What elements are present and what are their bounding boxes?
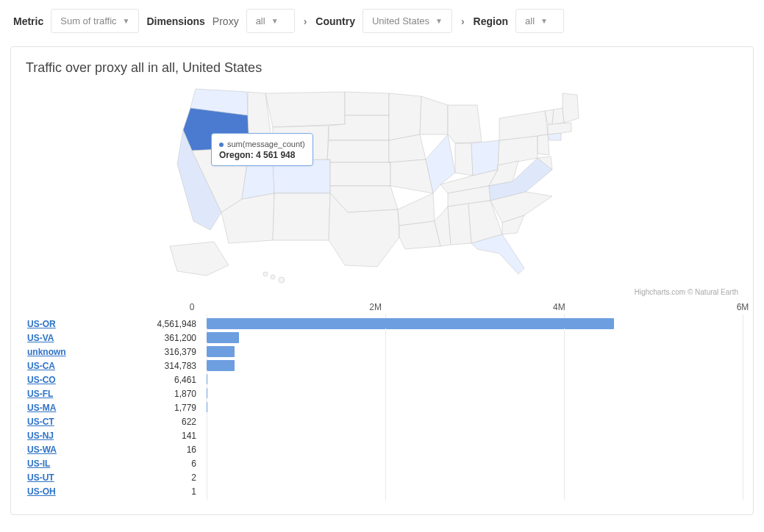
chevron-right-icon: › [302, 15, 309, 27]
region-link[interactable]: US-CT [27, 417, 54, 427]
proxy-select[interactable]: all ▼ [246, 9, 295, 33]
table-row: US-NJ141 [23, 428, 743, 442]
state-ne [327, 140, 389, 162]
us-map-svg [126, 83, 640, 290]
bar-cell [207, 387, 743, 400]
table-row: US-FL1,870 [23, 387, 743, 400]
state-nd [345, 92, 389, 115]
state-nm [273, 193, 330, 240]
metric-label: Metric [13, 15, 43, 27]
bar-cell [207, 345, 743, 359]
state-la [399, 221, 440, 249]
region-link[interactable]: unknown [27, 347, 66, 357]
svg-point-1 [279, 277, 285, 283]
region-select-value: all [525, 15, 535, 26]
state-me [563, 93, 579, 123]
caret-down-icon: ▼ [435, 17, 443, 25]
us-map[interactable]: sum(message_count) Oregon: 4 561 948 Hig… [23, 83, 743, 296]
tooltip-value: 4 561 948 [256, 150, 295, 160]
filter-toolbar: Metric Sum of traffic ▼ Dimensions Proxy… [0, 0, 764, 39]
bar-cell [207, 456, 743, 470]
table-row: US-CA314,783 [23, 359, 743, 373]
row-value: 1 [130, 486, 207, 497]
country-select[interactable]: United States ▼ [363, 9, 452, 33]
bar[interactable] [207, 360, 235, 371]
state-wi [420, 96, 448, 134]
region-link[interactable]: US-NJ [27, 431, 54, 441]
row-value: 1,779 [130, 403, 207, 413]
bar[interactable] [207, 332, 239, 343]
caret-down-icon: ▼ [271, 17, 279, 25]
row-value: 2 [130, 472, 207, 483]
proxy-select-value: all [256, 15, 265, 26]
bar-cell [207, 317, 743, 331]
country-select-value: United States [372, 15, 429, 26]
table-row: US-UT2 [23, 470, 743, 484]
axis-tick: 6M [737, 302, 749, 312]
table-row: US-OH1 [23, 484, 743, 498]
caret-down-icon: ▼ [540, 17, 548, 25]
map-tooltip: sum(message_count) Oregon: 4 561 948 [211, 133, 313, 166]
bar[interactable] [207, 318, 614, 329]
state-nj [538, 134, 549, 155]
chart-credit: Highcharts.com © Natural Earth [635, 288, 738, 296]
region-link[interactable]: US-CA [27, 361, 55, 371]
axis-tick: 2M [369, 302, 382, 312]
region-select[interactable]: all ▼ [515, 9, 564, 33]
region-link[interactable]: US-CO [27, 375, 56, 385]
tooltip-region: Oregon: [219, 150, 254, 160]
state-in [455, 143, 473, 176]
bar[interactable] [207, 346, 235, 357]
state-ak [170, 242, 229, 276]
table-row: US-CO6,461 [23, 373, 743, 387]
row-value: 6,461 [130, 375, 207, 385]
proxy-label: Proxy [213, 15, 239, 27]
region-link[interactable]: US-FL [27, 389, 53, 399]
region-link[interactable]: US-UT [27, 472, 54, 483]
tooltip-series: sum(message_count) [227, 140, 305, 148]
row-value: 361,200 [130, 333, 207, 343]
bar[interactable] [207, 374, 207, 385]
bar-chart: 02M4M6M US-OR4,561,948US-VA361,200unknow… [23, 301, 743, 498]
region-link[interactable]: US-OH [27, 486, 56, 497]
table-row: US-CT622 [23, 414, 743, 428]
caret-down-icon: ▼ [123, 17, 130, 25]
row-value: 314,783 [130, 361, 207, 371]
state-ar [398, 193, 435, 226]
state-nh [552, 108, 564, 124]
bar-cell [207, 442, 743, 456]
row-value: 6 [130, 459, 207, 469]
table-row: US-VA361,200 [23, 331, 743, 345]
state-ks [330, 162, 390, 186]
state-hi [263, 272, 268, 276]
table-row: US-IL6 [23, 456, 743, 470]
state-mt [265, 92, 345, 127]
state-al [448, 204, 471, 245]
region-link[interactable]: US-VA [27, 333, 54, 343]
bar-cell [207, 428, 743, 442]
row-value: 16 [130, 445, 207, 455]
chart-card: Traffic over proxy all in all, United St… [10, 46, 754, 515]
table-row: US-MA1,779 [23, 400, 743, 414]
region-link[interactable]: US-MA [27, 403, 56, 413]
region-link[interactable]: US-WA [27, 445, 57, 455]
row-value: 1,870 [130, 389, 207, 399]
region-link[interactable]: US-IL [27, 459, 50, 469]
state-mi [448, 105, 482, 143]
chevron-right-icon: › [460, 15, 466, 27]
metric-select[interactable]: Sum of traffic ▼ [51, 9, 139, 33]
state-mn [389, 93, 421, 140]
region-link[interactable]: US-OR [27, 319, 56, 329]
bar-cell [207, 470, 743, 484]
bar-cell [207, 373, 743, 387]
row-value: 4,561,948 [130, 319, 207, 329]
axis-tick: 0 [190, 302, 195, 312]
chart-title: Traffic over proxy all in all, United St… [26, 60, 743, 76]
row-value: 141 [130, 431, 207, 441]
svg-point-0 [271, 275, 275, 279]
dimensions-label: Dimensions [146, 15, 204, 27]
bar-cell [207, 484, 743, 498]
metric-select-value: Sum of traffic [60, 15, 116, 26]
table-row: unknown316,379 [23, 345, 743, 359]
x-axis: 02M4M6M [23, 301, 743, 317]
